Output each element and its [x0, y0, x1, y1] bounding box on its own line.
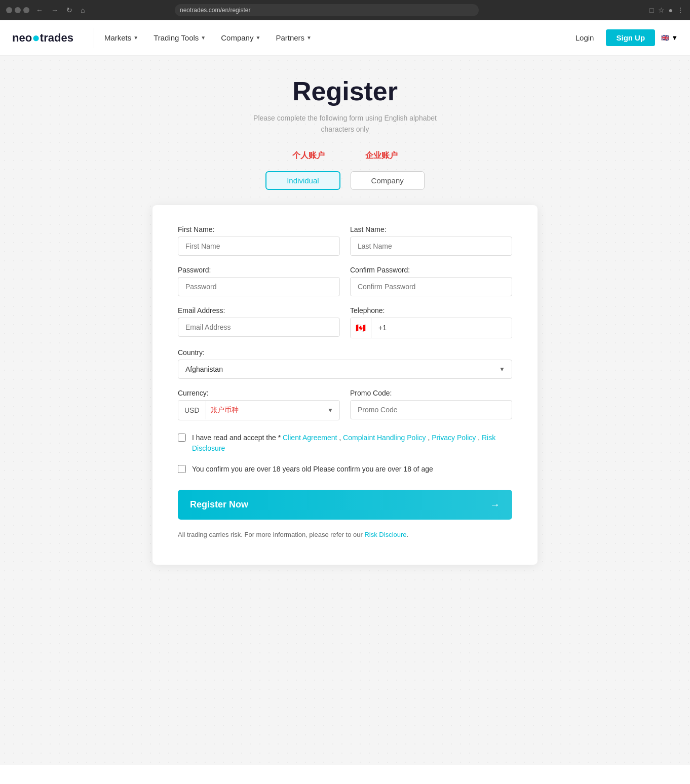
nav-menu: Markets ▼ Trading Tools ▼ Company ▼ Part…: [104, 33, 312, 42]
last-name-input[interactable]: [350, 237, 512, 256]
country-select-wrapper: Afghanistan Albania Canada United States…: [178, 360, 512, 379]
logo-dot: ●: [32, 30, 40, 46]
password-input[interactable]: [178, 277, 340, 296]
email-group: Email Address:: [178, 306, 340, 338]
currency-usd-prefix: USD: [178, 401, 206, 419]
last-name-label: Last Name:: [350, 225, 512, 233]
register-arrow-icon: →: [490, 499, 500, 511]
partners-chevron-icon: ▼: [306, 35, 312, 41]
agreement-label: I have read and accept the * Client Agre…: [192, 433, 512, 454]
nav-company-label: Company: [221, 33, 253, 42]
nav-divider: [94, 28, 94, 48]
currency-promo-row: Currency: USD 账户币种 ▼ Promo Code:: [178, 389, 512, 420]
age-label: You confirm you are over 18 years old Pl…: [192, 464, 433, 475]
name-row: First Name: Last Name:: [178, 225, 512, 256]
page-subtitle: Please complete the following form using…: [10, 112, 680, 135]
browser-dot-3: [23, 7, 29, 13]
country-group: Country: Afghanistan Albania Canada Unit…: [178, 348, 512, 379]
telephone-group: Telephone: 🇨🇦: [350, 306, 512, 338]
nav-item-company[interactable]: Company ▼: [221, 33, 260, 42]
menu-icon[interactable]: ⋮: [677, 6, 684, 14]
company-account-button[interactable]: Company: [351, 171, 425, 190]
individual-account-button[interactable]: Individual: [265, 171, 340, 190]
account-type-labels: 个人账户 企业账户: [292, 150, 398, 161]
currency-cn-text: 账户币种: [206, 401, 322, 420]
phone-input-wrapper: 🇨🇦: [350, 318, 512, 338]
logo[interactable]: neo●trades: [12, 30, 73, 46]
complaint-handling-link[interactable]: Complaint Handling Policy: [343, 434, 426, 442]
first-name-label: First Name:: [178, 225, 340, 233]
password-group: Password:: [178, 266, 340, 296]
currency-chevron-icon: ▼: [321, 402, 339, 419]
nav-markets-label: Markets: [104, 33, 131, 42]
agreement-text1: I have read and accept the *: [192, 434, 283, 442]
language-chevron-icon: ▼: [671, 34, 678, 42]
confirm-password-group: Confirm Password:: [350, 266, 512, 296]
company-label-cn: 企业账户: [365, 150, 398, 161]
phone-flag-selector[interactable]: 🇨🇦: [351, 318, 371, 338]
back-button[interactable]: ←: [33, 5, 46, 15]
reload-button[interactable]: ↻: [64, 5, 75, 15]
agreement-checkbox[interactable]: [178, 434, 186, 442]
country-select[interactable]: Afghanistan Albania Canada United States: [178, 360, 512, 379]
cast-icon[interactable]: □: [649, 6, 654, 14]
nav-item-partners[interactable]: Partners ▼: [276, 33, 312, 42]
logo-neo: neo: [12, 31, 32, 45]
url-bar[interactable]: neotrades.com/en/register: [175, 4, 479, 16]
browser-actions: □ ☆ ● ⋮: [649, 6, 684, 14]
agreement-sep3: ,: [476, 434, 482, 442]
url-text: neotrades.com/en/register: [180, 7, 250, 14]
nav-item-markets[interactable]: Markets ▼: [104, 33, 138, 42]
nav-partners-label: Partners: [276, 33, 304, 42]
navbar: neo●trades Markets ▼ Trading Tools ▼ Com…: [0, 20, 690, 56]
account-type-buttons: Individual Company: [265, 171, 425, 190]
individual-label-cn: 个人账户: [292, 150, 325, 161]
email-phone-row: Email Address: Telephone: 🇨🇦: [178, 306, 512, 338]
subtitle-line1: Please complete the following form using…: [253, 114, 437, 122]
register-button[interactable]: Register Now →: [178, 490, 512, 520]
account-type-section: 个人账户 企业账户 Individual Company: [10, 150, 680, 190]
checkbox-section: I have read and accept the * Client Agre…: [178, 433, 512, 475]
flag-icon: 🇬🇧: [661, 34, 669, 42]
main-content: Register Please complete the following f…: [0, 56, 690, 585]
first-name-input[interactable]: [178, 237, 340, 256]
signup-button[interactable]: Sign Up: [606, 29, 655, 46]
account-icon[interactable]: ●: [669, 6, 673, 14]
logo-trades: trades: [40, 31, 73, 45]
email-label: Email Address:: [178, 306, 340, 315]
bookmark-icon[interactable]: ☆: [658, 6, 665, 14]
browser-dot-1: [6, 7, 12, 13]
nav-item-trading-tools[interactable]: Trading Tools ▼: [154, 33, 206, 42]
first-name-group: First Name:: [178, 225, 340, 256]
nav-trading-tools-label: Trading Tools: [154, 33, 199, 42]
age-checkbox[interactable]: [178, 465, 186, 473]
login-button[interactable]: Login: [569, 30, 600, 45]
disclaimer-link[interactable]: Risk Discloure: [364, 531, 406, 538]
telephone-label: Telephone:: [350, 306, 512, 315]
privacy-policy-link[interactable]: Privacy Policy: [432, 434, 476, 442]
disclaimer-end: .: [407, 531, 409, 538]
agreement-sep2: ,: [426, 434, 432, 442]
language-selector[interactable]: 🇬🇧 ▼: [661, 34, 678, 42]
browser-chrome: ← → ↻ ⌂ neotrades.com/en/register □ ☆ ● …: [0, 0, 690, 20]
promo-input[interactable]: [350, 400, 512, 419]
company-chevron-icon: ▼: [255, 35, 260, 41]
client-agreement-link[interactable]: Client Agreement: [283, 434, 337, 442]
confirm-password-label: Confirm Password:: [350, 266, 512, 274]
canada-flag-icon: 🇨🇦: [356, 323, 366, 333]
subtitle-line2: characters only: [321, 125, 369, 133]
home-button[interactable]: ⌂: [78, 5, 87, 15]
password-row: Password: Confirm Password:: [178, 266, 512, 296]
email-input[interactable]: [178, 318, 340, 337]
phone-input[interactable]: [371, 318, 512, 338]
forward-button[interactable]: →: [49, 5, 61, 15]
nav-right: Login Sign Up 🇬🇧 ▼: [569, 29, 678, 46]
browser-dots: [6, 7, 29, 13]
confirm-password-input[interactable]: [350, 277, 512, 296]
country-label: Country:: [178, 348, 512, 357]
password-label: Password:: [178, 266, 340, 274]
currency-select-wrapper[interactable]: USD 账户币种 ▼: [178, 400, 340, 420]
promo-group: Promo Code:: [350, 389, 512, 420]
agreement-sep1: ,: [337, 434, 343, 442]
browser-dot-2: [15, 7, 21, 13]
